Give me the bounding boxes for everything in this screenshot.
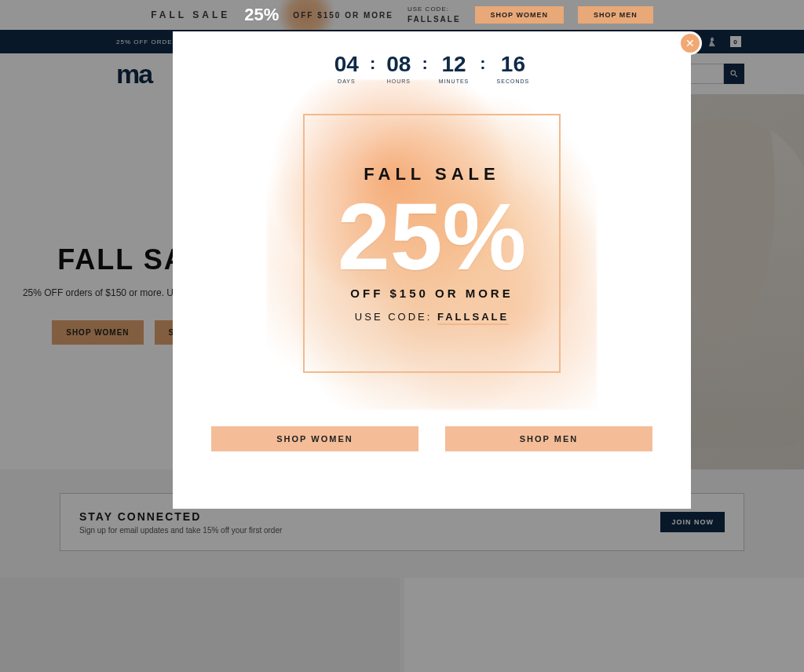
modal-shop-women-button[interactable]: SHOP WOMEN	[211, 426, 418, 451]
modal-code-line: USE CODE: FALLSALE	[355, 311, 509, 323]
modal-percent: 25%	[338, 189, 526, 283]
banner-code-block: USE CODE: FALLSALE	[407, 5, 461, 24]
countdown-hours-value: 08	[386, 52, 411, 77]
close-button[interactable]: ✕	[678, 31, 702, 55]
sale-graphic: FALL SALE 25% OFF $150 OR MORE USE CODE:…	[243, 98, 620, 404]
modal-shop-men-button[interactable]: SHOP MEN	[445, 426, 652, 451]
modal-use-code-prefix: USE CODE:	[355, 311, 437, 323]
modal-off-text: OFF $150 OR MORE	[350, 287, 513, 300]
banner-off-text: OFF $150 OR MORE	[293, 11, 393, 20]
sale-frame: FALL SALE 25% OFF $150 OR MORE USE CODE:…	[303, 114, 561, 373]
banner-shop-women-button[interactable]: SHOP WOMEN	[475, 6, 564, 24]
promo-code: FALLSALE	[407, 14, 461, 25]
banner-percent: 25%	[244, 5, 279, 25]
use-code-label: USE CODE:	[407, 5, 449, 13]
countdown-seconds-value: 16	[497, 52, 530, 77]
fall-sale-modal: ✕ 04 DAYS : 08 HOURS : 12 MINUTES : 16 S…	[173, 31, 691, 509]
modal-buttons: SHOP WOMEN SHOP MEN	[204, 426, 660, 451]
banner-shop-men-button[interactable]: SHOP MEN	[578, 6, 653, 24]
modal-code: FALLSALE	[437, 311, 509, 325]
countdown-days-value: 04	[334, 52, 359, 77]
close-icon: ✕	[685, 37, 695, 49]
modal-title: FALL SALE	[364, 164, 499, 184]
countdown-minutes-value: 12	[439, 52, 470, 77]
banner-fall-sale: FALL SALE	[151, 9, 230, 20]
